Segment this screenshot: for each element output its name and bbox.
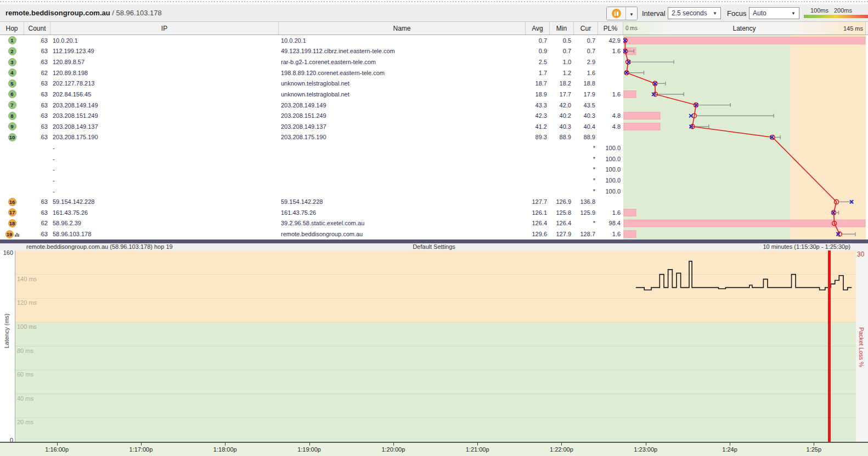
focus-select[interactable]: Auto ▼ xyxy=(749,7,799,19)
packet-loss-cell xyxy=(598,132,623,143)
name-cell xyxy=(279,164,526,175)
count-cell: 63 xyxy=(24,229,50,240)
ip-cell: 120.89.8.198 xyxy=(50,67,279,78)
min-cell xyxy=(550,153,574,164)
min-cell: 42.0 xyxy=(550,100,574,111)
time-tick xyxy=(477,443,478,446)
hop-cell: 1 xyxy=(0,35,24,46)
hop-number-badge: 9 xyxy=(8,122,16,130)
legend-100ms-label: 100ms xyxy=(810,7,828,14)
packet-loss-axis-title: Packet Loss % xyxy=(858,327,865,367)
name-cell xyxy=(279,186,526,197)
column-header-ip: IP xyxy=(50,22,279,35)
timeline-settings-label: Default Settings xyxy=(0,243,868,250)
hop-cell: 9 xyxy=(0,121,24,132)
packet-loss-cell: 4.8 xyxy=(598,110,623,121)
count-cell: 63 xyxy=(24,121,50,132)
latency-time-plot[interactable]: 140 ms120 ms100 ms80 ms60 ms40 ms20 ms xyxy=(15,250,856,442)
ip-cell: 120.89.8.57 xyxy=(50,56,279,67)
cur-cell: 0.7 xyxy=(574,46,598,57)
name-cell: 10.0.20.1 xyxy=(279,35,526,46)
ip-cell: - xyxy=(50,175,279,186)
count-cell: 62 xyxy=(24,67,50,78)
name-cell: 39.2.96.58.static.exetel.com.au xyxy=(279,218,526,229)
ip-cell: 203.208.149.149 xyxy=(50,100,279,111)
min-cell xyxy=(550,186,574,197)
count-cell xyxy=(24,142,50,153)
packet-loss-cell: 100.0 xyxy=(598,142,623,153)
name-cell: remote.beddisongroup.com.au xyxy=(279,229,526,240)
pause-menu-button[interactable]: ▼ xyxy=(625,7,637,20)
chevron-down-icon: ▼ xyxy=(629,12,634,17)
time-tick xyxy=(393,443,394,446)
chevron-down-icon: ▼ xyxy=(791,11,796,16)
ip-cell: 112.199.123.49 xyxy=(50,46,279,57)
interval-label: Interval xyxy=(642,9,666,18)
time-tick xyxy=(309,443,310,446)
time-tick xyxy=(814,443,814,446)
hop-cell: 17 xyxy=(0,207,24,218)
count-cell xyxy=(24,153,50,164)
count-cell: 63 xyxy=(24,56,50,67)
min-cell: 18.2 xyxy=(550,78,574,89)
hop-cell: 4 xyxy=(0,67,24,78)
ip-cell: 203.208.149.137 xyxy=(50,121,279,132)
target-separator: / xyxy=(110,9,116,17)
time-label: 1:18:00p xyxy=(213,446,237,453)
avg-cell: 126.1 xyxy=(526,207,550,218)
name-cell xyxy=(279,142,526,153)
hop-cell: 10 xyxy=(0,132,24,143)
table-header: Hop Count IP Name Avg Min Cur PL% 0 ms L… xyxy=(0,22,868,35)
hop-cell xyxy=(0,164,24,175)
packet-loss-cell: 1.6 xyxy=(598,89,623,100)
hop-cell: 8 xyxy=(0,110,24,121)
count-cell xyxy=(24,175,50,186)
cur-cell: 17.9 xyxy=(574,89,598,100)
cur-cell: 128.7 xyxy=(574,229,598,240)
hop-number-badge: 17 xyxy=(8,208,16,216)
hop-cell: 5 xyxy=(0,78,24,89)
cur-cell: 18.8 xyxy=(574,78,598,89)
packet-loss-cell: 100.0 xyxy=(598,164,623,175)
pause-button[interactable] xyxy=(607,7,625,20)
ip-cell: 203.208.175.190 xyxy=(50,132,279,143)
hop-cell: 2 xyxy=(0,46,24,57)
count-cell: 63 xyxy=(24,207,50,218)
min-cell xyxy=(550,142,574,153)
packet-loss-max-label: 30 xyxy=(857,250,864,258)
count-cell: 63 xyxy=(24,46,50,57)
packet-loss-cell: 100.0 xyxy=(598,186,623,197)
panel-splitter[interactable] xyxy=(0,240,868,243)
cur-cell: 2.9 xyxy=(574,56,598,67)
hop-cell: 16 xyxy=(0,196,24,207)
hop-number-badge: 18 xyxy=(8,219,16,227)
y-axis-title: Latency (ms) xyxy=(3,314,10,349)
count-cell: 62 xyxy=(24,218,50,229)
avg-cell: 2.5 xyxy=(526,56,550,67)
hop-number-badge: 19 xyxy=(5,230,14,238)
column-header-min: Min xyxy=(550,22,574,35)
column-header-name: Name xyxy=(279,22,526,35)
name-cell: unknown.telstraglobal.net xyxy=(279,89,526,100)
hop-cell: 6 xyxy=(0,89,24,100)
hop-number-badge: 16 xyxy=(8,198,16,206)
column-header-count: Count xyxy=(24,22,50,35)
min-cell: 1.2 xyxy=(550,67,574,78)
hop-cell: 19 xyxy=(0,229,24,240)
cur-cell: 136.8 xyxy=(574,196,598,207)
timeline-range-label: 10 minutes (1:15:30p - 1:25:30p) xyxy=(763,243,850,250)
chevron-down-icon: ▼ xyxy=(713,11,717,16)
hop-number-badge: 4 xyxy=(8,69,16,77)
top-resize-strip[interactable] xyxy=(0,0,868,4)
timeline-graph[interactable]: 160 0 Latency (ms) 140 ms120 ms100 ms80 … xyxy=(0,250,868,442)
min-cell: 40.2 xyxy=(550,110,574,121)
hop-number-badge: 7 xyxy=(8,101,16,109)
packet-loss-cell xyxy=(598,56,623,67)
min-cell xyxy=(550,175,574,186)
name-cell: 49.123.199.112.clbrz.inet.eastern-tele.c… xyxy=(279,46,526,57)
ip-cell: 203.208.151.249 xyxy=(50,110,279,121)
min-cell: 0.7 xyxy=(550,46,574,57)
packet-loss-cell: 100.0 xyxy=(598,153,623,164)
time-label: 1:22:00p xyxy=(550,446,573,453)
interval-select[interactable]: 2.5 seconds ▼ xyxy=(668,7,721,19)
